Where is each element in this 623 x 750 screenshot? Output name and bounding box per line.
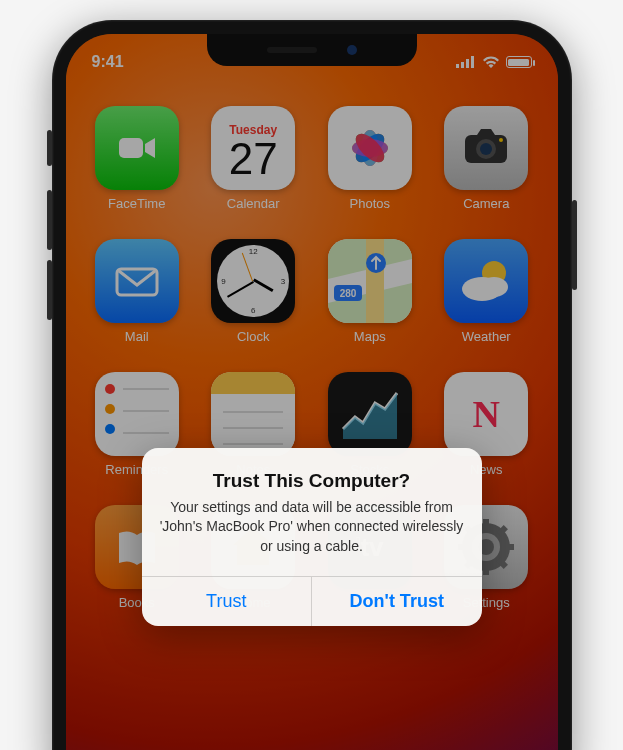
alert-message: Your settings and data will be accessibl…: [160, 498, 464, 556]
mute-switch: [47, 130, 52, 166]
modal-dim-overlay: [66, 34, 558, 750]
volume-up-button: [47, 190, 52, 250]
trust-computer-alert: Trust This Computer? Your settings and d…: [142, 448, 482, 626]
iphone-device-frame: 9:41 FaceTime Tuesday: [52, 20, 572, 750]
home-screen: 9:41 FaceTime Tuesday: [66, 34, 558, 750]
alert-title: Trust This Computer?: [160, 470, 464, 492]
trust-button[interactable]: Trust: [142, 577, 313, 626]
volume-down-button: [47, 260, 52, 320]
dont-trust-button[interactable]: Don't Trust: [312, 577, 482, 626]
power-button: [572, 200, 577, 290]
